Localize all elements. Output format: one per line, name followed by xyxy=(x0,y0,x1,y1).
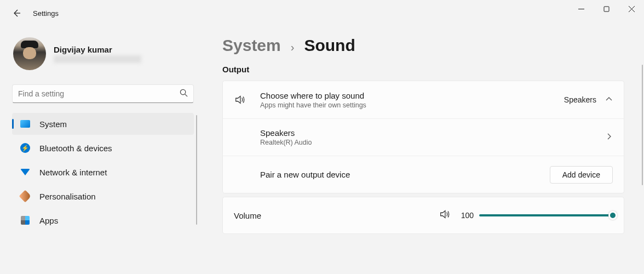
profile-email xyxy=(54,55,141,63)
apps-icon xyxy=(20,215,31,226)
close-button[interactable] xyxy=(619,0,644,18)
svg-point-1 xyxy=(180,89,185,94)
chevron-right-icon[interactable] xyxy=(605,133,613,142)
window-title: Settings xyxy=(33,9,59,18)
volume-card: Volume 100 xyxy=(222,197,624,234)
profile-block[interactable]: Digvijay kumar xyxy=(12,26,194,81)
sidebar-item-system[interactable]: System xyxy=(12,113,194,135)
svg-rect-0 xyxy=(604,7,609,12)
maximize-button[interactable] xyxy=(594,0,619,18)
chevron-right-icon: › xyxy=(291,41,295,54)
wifi-icon xyxy=(20,167,31,178)
speakers-subtitle: Realtek(R) Audio xyxy=(260,139,605,146)
search-icon xyxy=(180,89,188,99)
minimize-button[interactable] xyxy=(568,0,594,18)
speakers-row[interactable]: Speakers Realtek(R) Audio xyxy=(223,118,624,156)
sidebar-item-label: Network & internet xyxy=(39,168,107,177)
profile-name: Digvijay kumar xyxy=(54,45,141,54)
speaker-icon xyxy=(234,94,254,106)
sidebar-item-bluetooth[interactable]: ⚡ Bluetooth & devices xyxy=(12,137,194,159)
volume-row: Volume 100 xyxy=(223,197,624,233)
main-scrollbar[interactable] xyxy=(642,65,643,185)
volume-label: Volume xyxy=(234,211,261,220)
choose-output-row[interactable]: Choose where to play sound Apps might ha… xyxy=(223,81,624,118)
sidebar: Digvijay kumar System ⚡ Bluetooth & devi… xyxy=(12,26,205,274)
breadcrumb-parent[interactable]: System xyxy=(222,36,281,55)
volume-icon[interactable] xyxy=(439,208,451,222)
chevron-up-icon[interactable] xyxy=(605,95,613,105)
sidebar-item-label: Personalisation xyxy=(39,192,96,201)
sidebar-item-label: Apps xyxy=(39,216,58,225)
bluetooth-icon: ⚡ xyxy=(20,142,31,153)
back-button[interactable] xyxy=(4,4,28,22)
output-card: Choose where to play sound Apps might ha… xyxy=(222,81,624,193)
add-device-button[interactable]: Add device xyxy=(550,166,613,184)
page-title: Sound xyxy=(304,36,355,55)
sidebar-item-network[interactable]: Network & internet xyxy=(12,161,194,183)
brush-icon xyxy=(20,191,31,202)
sidebar-item-apps[interactable]: Apps xyxy=(12,209,194,231)
choose-output-subtitle: Apps might have their own settings xyxy=(260,101,564,109)
volume-slider-thumb[interactable] xyxy=(608,211,617,220)
sidebar-item-label: Bluetooth & devices xyxy=(39,144,112,153)
nav-list: System ⚡ Bluetooth & devices Network & i… xyxy=(12,113,194,231)
breadcrumb: System › Sound xyxy=(222,26,624,65)
search-input[interactable] xyxy=(18,89,180,98)
sidebar-item-personalisation[interactable]: Personalisation xyxy=(12,185,194,207)
search-input-container[interactable] xyxy=(12,84,194,103)
main-content: System › Sound Output Choose where to pl… xyxy=(205,26,644,274)
sidebar-item-label: System xyxy=(39,119,67,129)
avatar xyxy=(13,37,46,70)
speakers-title: Speakers xyxy=(260,128,605,138)
volume-slider[interactable] xyxy=(479,214,613,216)
system-icon xyxy=(20,118,31,129)
sidebar-scrollbar[interactable] xyxy=(196,115,197,225)
pair-device-title: Pair a new output device xyxy=(260,170,550,179)
choose-output-title: Choose where to play sound xyxy=(260,91,564,100)
choose-output-value: Speakers xyxy=(564,95,596,104)
volume-value: 100 xyxy=(456,211,474,220)
pair-device-row: Pair a new output device Add device xyxy=(223,156,624,193)
section-title-output: Output xyxy=(222,65,624,74)
